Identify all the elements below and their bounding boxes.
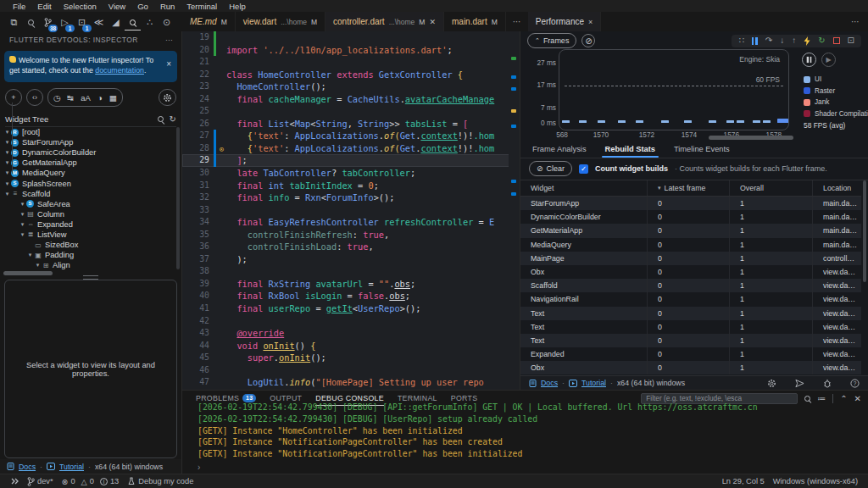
code-line-34[interactable]: 34 final EasyRefreshController refreshCo… (182, 216, 520, 229)
tree-item-SplashScreen[interactable]: ▾SSplashScreen (3, 178, 175, 188)
column-header-overall[interactable]: Overall (730, 180, 813, 196)
platform-indicator[interactable]: Windows (windows-x64) (773, 477, 858, 485)
grip-icon[interactable]: ∷ (738, 36, 743, 45)
pause-icon[interactable] (752, 37, 758, 45)
table-row[interactable]: Obx01view.da… (520, 265, 861, 279)
docs-link[interactable]: Docs (541, 379, 558, 387)
table-row[interactable]: GetMaterialApp01main.da… (520, 224, 861, 237)
frame-bar[interactable] (709, 120, 716, 123)
tab-main.dart[interactable]: main.dartM (444, 12, 506, 31)
chevron-down-icon[interactable]: ▾ (3, 149, 11, 156)
chevron-down-icon[interactable]: ▾ (3, 139, 11, 146)
tutorial-link[interactable]: Tutorial (59, 463, 84, 471)
console-search-icon[interactable] (804, 396, 810, 402)
chevron-down-icon[interactable]: ▾ (3, 180, 11, 187)
select-widget-mode-icon[interactable]: + (5, 89, 22, 106)
tree-vertical-scrollbar[interactable] (176, 127, 180, 269)
tab-close-icon[interactable]: ✕ (429, 18, 436, 26)
code-line-28[interactable]: 28⊙ {'text': AppLocalizations.of(Get.con… (182, 142, 520, 155)
code-line-25[interactable]: 25 (182, 105, 520, 118)
tree-item-Expanded[interactable]: ▾⇔Expanded (3, 219, 175, 230)
code-line-38[interactable]: 38 (182, 265, 520, 278)
code-line-21[interactable]: 21 (182, 56, 520, 69)
files-icon[interactable]: ⧉ (6, 14, 22, 30)
settings-gear-icon[interactable] (767, 379, 776, 388)
code-line-46[interactable]: 46 (182, 364, 520, 377)
perf-tab-rebuild-stats[interactable]: Rebuild Stats (605, 140, 655, 158)
tree-item-Column[interactable]: ▾▤Column (3, 209, 175, 219)
code-line-40[interactable]: 40 final RxBool isLogin = false.obs; (182, 290, 520, 302)
sidebar-more-icon[interactable]: ⋯ (165, 36, 173, 44)
code-line-36[interactable]: 36 controlFinishLoad: true, (182, 241, 520, 253)
code-line-32[interactable]: 32 final info = Rxn<ForumInfo>(); (182, 191, 520, 204)
code-line-35[interactable]: 35 controlFinishRefresh: true, (182, 229, 520, 241)
code-line-44[interactable]: 44 void onInit() { (182, 340, 520, 352)
tree-item-ListView[interactable]: ▾≣ListView (3, 230, 175, 240)
remote-indicator[interactable] (10, 477, 19, 485)
text-baselines-icon[interactable]: aA (81, 93, 91, 103)
frame-bar[interactable] (579, 120, 587, 123)
editor-actions-more[interactable]: ⋯ (851, 12, 868, 31)
frame-bar[interactable] (777, 119, 788, 123)
code-line-43[interactable]: 43 @override (182, 327, 520, 340)
code-line-42[interactable]: 42 (182, 315, 520, 328)
code-line-47[interactable]: 47 LogUtil.info("[HomePage] Setting up u… (182, 376, 520, 389)
code-line-39[interactable]: 39 final RxString avatarUrl = "".obs; (182, 278, 520, 291)
search-icon[interactable] (23, 14, 39, 30)
run-debug-icon[interactable]: ▷1 (57, 14, 73, 30)
menu-view[interactable]: View (103, 2, 131, 11)
tab-ME.md[interactable]: ME.mdM (182, 12, 236, 31)
console-prompt[interactable]: › (198, 463, 200, 472)
frame-bar[interactable] (726, 120, 734, 123)
block-frames-button[interactable]: ⊘ (581, 34, 595, 47)
stop-icon[interactable] (833, 37, 840, 44)
bug-report-icon[interactable] (823, 379, 832, 388)
frame-bar[interactable] (598, 120, 605, 123)
perf-tab-timeline-events[interactable]: Timeline Events (674, 140, 730, 158)
table-scrollbar[interactable] (863, 180, 866, 282)
frame-bar[interactable] (636, 120, 643, 123)
column-header-widget[interactable]: Widget (520, 180, 648, 196)
debug-console-output[interactable]: [2026-02-19T22:54:42.799430] [DEBUG] [AP… (198, 402, 863, 462)
widget-tree-refresh-icon[interactable]: ↻ (170, 114, 176, 124)
tree-item-DynamicColorBuilder[interactable]: ▾DDynamicColorBuilder (3, 147, 175, 158)
table-row[interactable]: Text01view.da… (520, 307, 861, 320)
code-line-22[interactable]: 22class HomeController extends GetxContr… (182, 69, 520, 81)
frames-toggle-button[interactable]: ⌃ Frames (527, 33, 576, 48)
frame-bar[interactable] (661, 120, 669, 123)
code-line-24[interactable]: 24 final cacheManager = CacheUtils.avata… (182, 93, 520, 106)
more-actions-icon[interactable]: ⋯ (851, 17, 860, 26)
code-line-31[interactable]: 31 final int tabInitIndex = 0; (182, 180, 520, 192)
tree-item-SizedBox[interactable]: ▭SizedBox (3, 240, 175, 250)
tab-performance[interactable]: Performance× (528, 12, 602, 31)
highlight-repaints-icon[interactable]: ◑ (97, 93, 103, 103)
widget-tree-search-icon[interactable] (158, 116, 164, 122)
tree-item-StarForumApp[interactable]: ▾SStarForumApp (3, 137, 175, 147)
code-line-37[interactable]: 37 ); (182, 253, 520, 266)
chevron-down-icon[interactable]: ▾ (19, 231, 26, 238)
hot-restart-icon[interactable]: ↻ (818, 36, 825, 45)
tab-view.dart[interactable]: view.dart...\homeM (236, 12, 326, 31)
documentation-link[interactable]: documentation (95, 66, 144, 75)
show-code-icon[interactable]: ‹› (26, 89, 43, 106)
slow-animations-icon[interactable]: ◷ (53, 93, 60, 103)
chevron-down-icon[interactable]: ▾ (3, 169, 11, 176)
guidelines-icon[interactable]: ↹ (67, 93, 74, 103)
chevron-down-icon[interactable]: ▾ (19, 201, 26, 208)
help-icon[interactable]: ? (850, 379, 860, 388)
table-row[interactable]: StarForumApp01main.da… (520, 197, 861, 210)
docs-link[interactable]: Docs (19, 463, 36, 471)
flutter-icon[interactable]: ≪ (91, 14, 107, 30)
table-row[interactable]: DynamicColorBuilder01main.da… (520, 210, 861, 224)
frame-bar[interactable] (737, 120, 744, 123)
tree-horizontal-scrollbar[interactable] (3, 271, 53, 275)
step-over-icon[interactable]: ↷ (765, 36, 772, 45)
step-into-icon[interactable]: ↓ (780, 36, 784, 45)
tab-close-icon[interactable]: × (588, 18, 593, 26)
frame-bar[interactable] (684, 120, 692, 123)
table-row[interactable]: Expanded01view.da… (520, 347, 861, 361)
chevron-down-icon[interactable]: ▾ (3, 129, 11, 136)
output-icon[interactable]: ⊡1 (74, 14, 90, 30)
cursor-position[interactable]: Ln 29, Col 5 (722, 477, 765, 485)
table-row[interactable]: Obx01view.da… (520, 361, 861, 374)
